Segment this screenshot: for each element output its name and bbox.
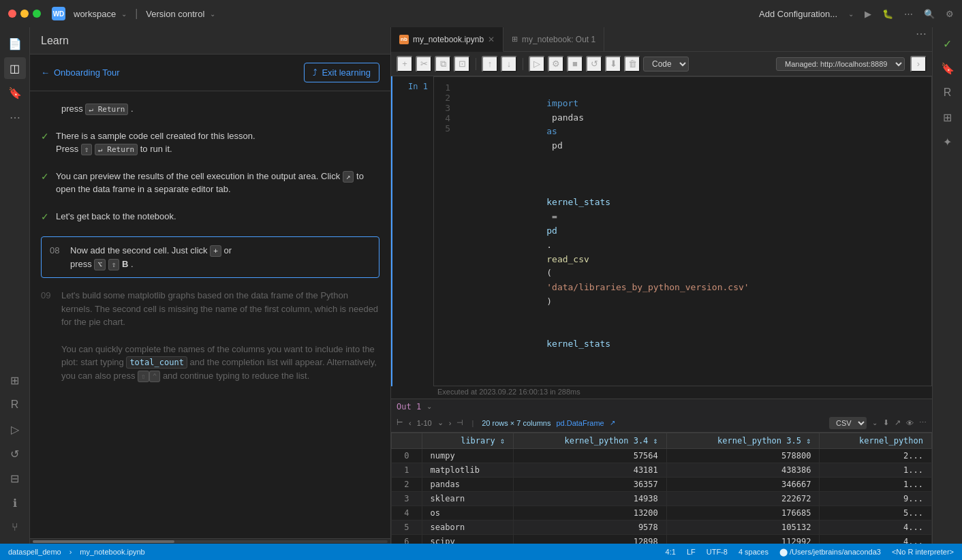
step-back-text: Let's get back to the notebook. <box>56 210 176 223</box>
return-key2: ↵ Return <box>95 144 138 155</box>
more-options-icon[interactable]: ⋯ <box>904 9 913 19</box>
activity-layers-icon[interactable]: ⊞ <box>4 369 26 391</box>
activity-info-icon[interactable]: ℹ <box>4 492 26 514</box>
df-expand-icon[interactable]: ↗ <box>895 418 901 427</box>
output-expand-icon[interactable]: ⌄ <box>426 403 432 410</box>
status-r-interp[interactable]: <No R interpreter> <box>892 548 954 557</box>
cell-p35: 438386 <box>666 463 820 477</box>
search-icon[interactable]: 🔍 <box>924 9 935 19</box>
run-below-button[interactable]: ⬇ <box>605 56 621 72</box>
settings-icon[interactable]: ⚙ <box>946 9 954 19</box>
move-down-button[interactable]: ↓ <box>501 56 517 72</box>
restart-button[interactable]: ↺ <box>586 56 602 72</box>
df-format-chevron-icon[interactable]: ⌄ <box>872 419 878 426</box>
shift-key: ⇧ <box>81 144 93 155</box>
notebook-tab-close-icon[interactable]: ✕ <box>488 35 495 44</box>
maximize-button[interactable] <box>33 10 41 18</box>
col-header-p36[interactable]: kernel_python <box>820 433 932 448</box>
workspace-chevron-icon[interactable]: ⌄ <box>121 10 127 18</box>
activity-file-icon[interactable]: 📄 <box>4 33 26 55</box>
exit-learning-button[interactable]: ⤴ Exit learning <box>304 63 379 82</box>
status-right: 4:1 LF UTF-8 4 spaces ⬤ /Users/jetbrains… <box>666 548 954 557</box>
cell-p35: 176685 <box>666 505 820 520</box>
col-header-p35[interactable]: kernel_python 3.5 ⇕ <box>666 433 820 448</box>
move-up-button[interactable]: ↑ <box>482 56 498 72</box>
config-chevron-icon[interactable]: ⌄ <box>848 10 854 18</box>
code-content[interactable]: import pandas as pd kernel_stats = pd <box>456 77 755 386</box>
activity-git-icon[interactable]: ⑂ <box>4 516 26 538</box>
toolbar-chevron-right-button[interactable]: › <box>910 56 927 72</box>
tab-notebook[interactable]: nb my_notebook.ipynb ✕ <box>391 27 503 52</box>
step-preview-text: You can preview the results of the cell … <box>56 170 379 196</box>
df-next-page-button[interactable]: › <box>449 419 452 427</box>
clear-button[interactable]: 🗑 <box>624 56 640 72</box>
notebook-content[interactable]: In 1 1 2 3 4 5 import <box>391 76 932 544</box>
activity-more-icon[interactable]: ⋯ <box>4 106 26 128</box>
minimize-button[interactable] <box>20 10 29 18</box>
kernel-select[interactable]: Managed: http://localhost:8889 <box>776 57 905 71</box>
df-external-link-icon[interactable]: ↗ <box>610 419 615 426</box>
stop-button[interactable]: ■ <box>567 56 583 72</box>
df-page-chevron-icon[interactable]: ⌄ <box>437 418 444 427</box>
status-line-ending[interactable]: LF <box>687 548 696 557</box>
df-eye-icon[interactable]: 👁 <box>906 419 914 427</box>
table-header-row: library ⇕ kernel_python 3.4 ⇕ kernel_pyt… <box>392 433 932 448</box>
right-check-icon[interactable]: ✓ <box>937 33 959 55</box>
copy-cell-button[interactable]: ⧉ <box>435 56 451 72</box>
activity-learn-icon[interactable]: ◫ <box>4 57 26 79</box>
df-last-page-button[interactable]: ⊣ <box>456 418 463 427</box>
version-control-label[interactable]: Version control <box>146 9 204 19</box>
df-format-select[interactable]: CSV <box>829 417 867 429</box>
output-prompt: Out 1 <box>397 402 421 411</box>
activity-play-icon[interactable]: ▷ <box>4 418 26 440</box>
status-python-env[interactable]: ⬤ /Users/jetbrains/anaconda3 <box>779 548 881 557</box>
close-button[interactable] <box>8 10 16 18</box>
debug-icon[interactable]: 🐛 <box>882 9 893 19</box>
learn-step-preview: ✓ You can preview the results of the cel… <box>41 170 379 196</box>
version-chevron-icon[interactable]: ⌄ <box>210 10 215 18</box>
df-more-icon[interactable]: ⋯ <box>919 418 927 427</box>
add-cell-button[interactable]: + <box>397 56 413 72</box>
step-sample-cell-check-icon: ✓ <box>41 131 49 142</box>
df-first-page-button[interactable]: ⊢ <box>397 418 403 427</box>
status-project[interactable]: dataspell_demo <box>8 548 61 556</box>
status-indent[interactable]: 4 spaces <box>739 548 769 557</box>
df-download-icon[interactable]: ⬇ <box>883 418 889 427</box>
code-line-1: import pandas as pd <box>461 82 749 168</box>
back-to-onboarding-link[interactable]: ← Onboarding Tour <box>41 67 120 78</box>
activity-bookmark-icon[interactable]: 🔖 <box>4 82 26 104</box>
tab-output[interactable]: ⊞ my_notebook: Out 1 <box>503 27 604 51</box>
run-all-button[interactable]: ⚙ <box>548 56 564 72</box>
cell-type-select[interactable]: Code <box>643 57 689 72</box>
code-line-4: kernel_stats <box>461 324 749 366</box>
cut-cell-button[interactable]: ✂ <box>416 56 432 72</box>
learn-scrollbar[interactable] <box>30 538 390 544</box>
paste-cell-button[interactable]: ⊡ <box>454 56 470 72</box>
activity-refresh-icon[interactable]: ↺ <box>4 443 26 465</box>
status-encoding[interactable]: UTF-8 <box>707 548 728 557</box>
status-position[interactable]: 4:1 <box>666 548 676 557</box>
run-cell-button[interactable]: ▷ <box>529 56 545 72</box>
col-header-library[interactable]: library ⇕ <box>422 433 514 448</box>
exit-learning-label: Exit learning <box>322 67 371 78</box>
df-page-range[interactable]: 1-10 <box>417 419 432 427</box>
learn-step-back: ✓ Let's get back to the notebook. <box>41 210 379 223</box>
right-r-icon[interactable]: R <box>937 82 959 104</box>
add-configuration-label[interactable]: Add Configuration... <box>759 9 837 19</box>
df-prev-page-button[interactable]: ‹ <box>409 419 412 427</box>
cell-p35: 105132 <box>666 520 820 534</box>
right-bookmark-icon[interactable]: 🔖 <box>937 57 959 79</box>
learn-step-09b: You can quickly complete the names of th… <box>61 343 379 383</box>
run-icon[interactable]: ▶ <box>865 9 871 19</box>
activity-r-icon[interactable]: R <box>4 394 26 416</box>
status-file[interactable]: my_notebook.ipynb <box>80 548 144 556</box>
learn-scrollbar-track <box>33 540 388 543</box>
right-layers-icon[interactable]: ⊞ <box>937 106 959 128</box>
col-header-p34[interactable]: kernel_python 3.4 ⇕ <box>514 433 667 448</box>
return-key: ↵ Return <box>85 104 128 115</box>
right-sparkle-icon[interactable]: ✦ <box>937 131 959 153</box>
tab-more-button[interactable]: ⋯ <box>910 27 932 51</box>
df-class-name-link[interactable]: pd.DataFrame <box>556 419 604 427</box>
shift-ctrl-key: ⇧ <box>138 371 149 382</box>
activity-terminal-icon[interactable]: ⊟ <box>4 467 26 489</box>
